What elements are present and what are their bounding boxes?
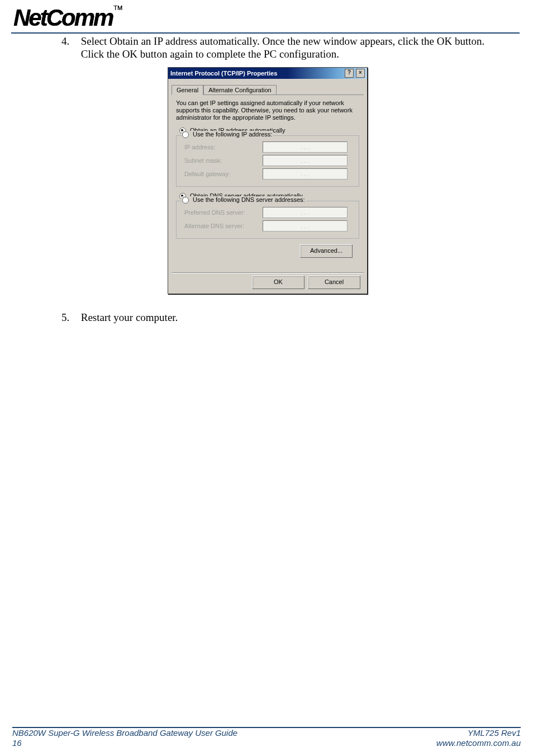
input-default-gateway[interactable]: . . . <box>263 168 348 179</box>
footer-revision: YML725 Rev1 <box>436 728 521 738</box>
footer-guide-title: NB620W Super-G Wireless Broadband Gatewa… <box>12 728 237 738</box>
tab-strip: General Alternate Configuration <box>172 82 364 95</box>
logo-text: NetCommTM <box>13 4 122 31</box>
footer-page-number: 16 <box>12 738 237 748</box>
footer-url: www.netcomm.com.au <box>436 738 521 748</box>
header-rule <box>11 32 520 34</box>
radio-use-dns-manual-label: Use the following DNS server addresses: <box>193 196 305 203</box>
input-preferred-dns[interactable]: . . . <box>263 207 348 218</box>
input-ip-address[interactable]: . . . <box>263 141 348 153</box>
instruction-step-4: 4. Select Obtain an IP address automatic… <box>61 35 508 60</box>
row-subnet-mask: Subnet mask: . . . <box>184 155 354 166</box>
label-ip-address: IP address: <box>184 144 263 150</box>
row-default-gateway: Default gateway: . . . <box>184 168 354 179</box>
input-subnet-mask[interactable]: . . . <box>263 155 348 166</box>
radio-use-dns-manual[interactable]: Use the following DNS server addresses: <box>181 196 306 204</box>
step4-text: Select Obtain an IP address automaticall… <box>81 35 506 60</box>
step5-text: Restart your computer. <box>81 311 506 324</box>
step4-number: 4. <box>61 35 78 48</box>
close-button[interactable]: × <box>356 69 365 78</box>
group-ip-manual: Use the following IP address: IP address… <box>176 135 359 187</box>
row-ip-address: IP address: . . . <box>184 141 354 153</box>
logo-word: NetComm <box>13 4 112 31</box>
label-subnet-mask: Subnet mask: <box>184 157 263 164</box>
radio-dot-icon <box>182 131 189 138</box>
dialog-description: You can get IP settings assigned automat… <box>176 100 359 121</box>
footer-left: NB620W Super-G Wireless Broadband Gatewa… <box>12 728 237 748</box>
row-alternate-dns: Alternate DNS server: . . . <box>184 220 354 231</box>
advanced-row: Advanced... <box>176 244 359 258</box>
tab-alternate-configuration[interactable]: Alternate Configuration <box>203 85 277 94</box>
input-alternate-dns[interactable]: . . . <box>263 220 348 231</box>
ok-button[interactable]: OK <box>252 276 304 289</box>
label-alternate-dns: Alternate DNS server: <box>184 223 263 229</box>
radio-use-ip-manual-label: Use the following IP address: <box>193 131 272 138</box>
tcpip-properties-dialog: Internet Protocol (TCP/IP) Properties ? … <box>168 67 368 294</box>
help-button[interactable]: ? <box>345 69 354 78</box>
instruction-step-5: 5. Restart your computer. <box>61 311 508 324</box>
row-preferred-dns: Preferred DNS server: . . . <box>184 207 354 218</box>
dialog-title: Internet Protocol (TCP/IP) Properties <box>170 70 342 77</box>
tab-panel-general: You can get IP settings assigned automat… <box>168 95 367 258</box>
dialog-bottom-buttons: OK Cancel <box>252 276 360 289</box>
step5-number: 5. <box>61 311 78 324</box>
footer-right: YML725 Rev1 www.netcomm.com.au <box>436 728 521 748</box>
ip-dots: . . . <box>301 209 309 216</box>
tab-general[interactable]: General <box>172 85 203 95</box>
brand-logo: NetCommTM <box>13 4 122 31</box>
cancel-button[interactable]: Cancel <box>308 276 360 289</box>
ip-dots: . . . <box>301 171 309 177</box>
ip-dots: . . . <box>301 144 309 150</box>
advanced-button[interactable]: Advanced... <box>300 244 353 258</box>
radio-use-ip-manual[interactable]: Use the following IP address: <box>181 131 273 138</box>
label-preferred-dns: Preferred DNS server: <box>184 209 263 216</box>
logo-tm: TM <box>113 4 122 11</box>
radio-dot-icon <box>182 197 189 204</box>
dialog-titlebar: Internet Protocol (TCP/IP) Properties ? … <box>168 68 367 79</box>
dialog-separator-light <box>172 273 364 273</box>
label-default-gateway: Default gateway: <box>184 171 263 177</box>
group-dns-manual: Use the following DNS server addresses: … <box>176 201 359 239</box>
ip-dots: . . . <box>301 223 309 229</box>
ip-dots: . . . <box>301 157 309 164</box>
